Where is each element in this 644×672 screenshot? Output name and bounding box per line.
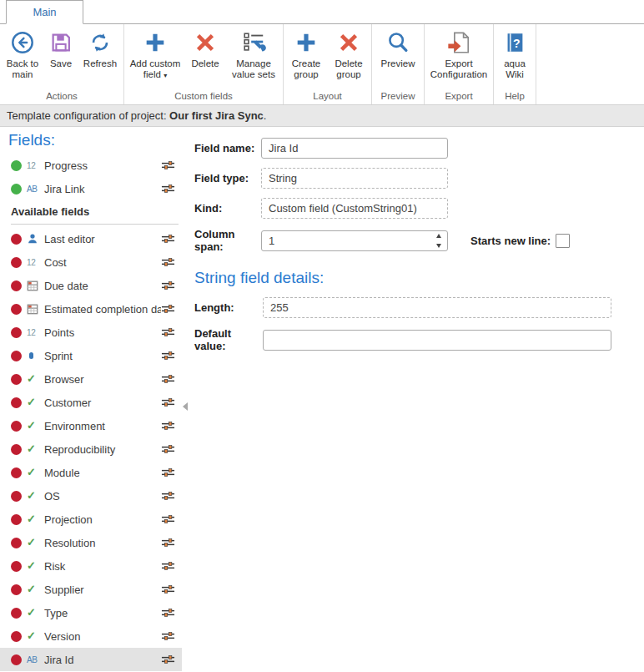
field-item-os[interactable]: ✓OS <box>0 484 182 508</box>
field-options-sliders-icon[interactable] <box>161 184 175 194</box>
numeric-type-icon: 12 <box>27 328 44 337</box>
field-options-sliders-icon[interactable] <box>161 654 175 664</box>
field-item-estimated-completion-dat[interactable]: Estimated completion dat <box>0 297 182 321</box>
field-item-module[interactable]: ✓Module <box>0 461 182 484</box>
form-row: Default value: <box>194 327 644 352</box>
field-options-sliders-icon[interactable] <box>161 280 175 291</box>
refresh-icon <box>87 29 113 56</box>
red-status-icon <box>11 514 22 525</box>
ribbon-group-buttons: Export Configuration <box>427 28 491 88</box>
starts-new-line-label: Starts new line: <box>470 235 551 247</box>
field-item-supplier[interactable]: ✓Supplier <box>0 578 182 601</box>
field-options-sliders-icon[interactable] <box>161 608 175 618</box>
preview-icon <box>385 29 411 56</box>
field-options-sliders-icon[interactable] <box>161 631 175 641</box>
refresh-button[interactable]: Refresh <box>79 28 121 69</box>
red-status-icon <box>11 538 22 548</box>
dropdown-caret-icon: ▾ <box>164 72 167 79</box>
field-item-reproducibility[interactable]: ✓Reproducibility <box>0 437 182 461</box>
field-options-sliders-icon[interactable] <box>161 491 175 501</box>
field-item-due-date[interactable]: Due date <box>0 274 182 297</box>
column-span-input[interactable]: 1 <box>261 230 448 251</box>
default-value-input[interactable] <box>263 330 611 351</box>
spinner-down-icon[interactable] <box>436 244 441 248</box>
delete-group-button[interactable]: Delete group <box>329 28 369 80</box>
button-label-text: Delete <box>191 58 219 68</box>
create-group-button[interactable]: Create group <box>286 28 326 80</box>
export-configuration-button[interactable]: Export Configuration <box>427 28 491 80</box>
spinner-up-icon[interactable] <box>436 234 441 238</box>
field-item-label: OS <box>44 490 161 503</box>
tab-main[interactable]: Main <box>6 0 83 24</box>
calendar-icon <box>27 280 44 291</box>
field-options-sliders-icon[interactable] <box>161 304 175 314</box>
length-value: 255 <box>270 301 289 314</box>
preview-button[interactable]: Preview <box>375 28 421 69</box>
field-item-jira-link[interactable]: ABJira Link <box>0 177 182 200</box>
red-status-icon <box>11 608 22 619</box>
field-options-sliders-icon[interactable] <box>161 421 175 431</box>
wiki-icon: ? <box>501 29 528 56</box>
field-item-sprint[interactable]: Sprint <box>0 344 182 367</box>
field-item-label: Progress <box>44 159 161 172</box>
ribbon-group-actions: Back to mainSaveRefreshActions <box>0 24 124 104</box>
field-type-value: String <box>269 172 297 184</box>
assigned-fields-list: 12ProgressABJira Link <box>0 154 182 200</box>
field-options-sliders-icon[interactable] <box>161 351 175 361</box>
back-to-main-button[interactable]: Back to main <box>3 28 43 80</box>
manage-value-sets-button[interactable]: Manage value sets <box>227 28 280 80</box>
field-name-value: Jira Id <box>269 142 298 154</box>
field-item-last-editor[interactable]: Last editor <box>0 227 182 250</box>
field-item-label: Due date <box>44 280 161 292</box>
button-label-text: Delete group <box>335 58 362 79</box>
field-options-sliders-icon[interactable] <box>161 467 175 477</box>
add-icon <box>142 29 169 56</box>
field-item-cost[interactable]: 12Cost <box>0 250 182 274</box>
ribbon-group-caption: Layout <box>286 88 369 104</box>
starts-new-line-checkbox[interactable] <box>556 234 570 248</box>
status-suffix: . <box>264 109 267 122</box>
delete-button[interactable]: Delete <box>186 28 224 69</box>
field-item-environment[interactable]: ✓Environment <box>0 414 182 437</box>
field-options-sliders-icon[interactable] <box>161 561 175 571</box>
text-type-icon: AB <box>27 184 44 194</box>
field-item-resolution[interactable]: ✓Resolution <box>0 531 182 554</box>
red-status-icon <box>11 280 22 291</box>
field-options-sliders-icon[interactable] <box>161 584 175 594</box>
field-options-sliders-icon[interactable] <box>161 374 175 384</box>
kind-value: Custom field (CustomString01) <box>269 202 417 215</box>
red-status-icon <box>11 654 22 665</box>
field-item-browser[interactable]: ✓Browser <box>0 367 182 391</box>
field-item-customer[interactable]: ✓Customer <box>0 391 182 414</box>
field-options-sliders-icon[interactable] <box>161 257 175 267</box>
field-options-sliders-icon[interactable] <box>161 514 175 524</box>
field-configuration-form: Field name: Jira Id Field type: String K… <box>182 127 644 671</box>
field-options-sliders-icon[interactable] <box>161 538 175 548</box>
field-item-points[interactable]: 12Points <box>0 321 182 344</box>
add-custom-field-button[interactable]: Add custom field ▾ <box>127 28 184 81</box>
red-status-icon <box>11 304 22 315</box>
field-item-label: Last editor <box>44 233 161 245</box>
length-label: Length: <box>194 301 263 314</box>
available-fields-list: Last editor12CostDue dateEstimated compl… <box>0 227 182 671</box>
numeric-type-icon: 12 <box>27 258 44 267</box>
field-options-sliders-icon[interactable] <box>161 327 175 337</box>
field-item-version[interactable]: ✓Version <box>0 624 182 648</box>
save-button[interactable]: Save <box>45 28 77 69</box>
button-label-text: aqua Wiki <box>504 58 526 79</box>
manage-value-sets-icon <box>240 29 267 56</box>
field-item-type[interactable]: ✓Type <box>0 601 182 624</box>
field-options-sliders-icon[interactable] <box>161 444 175 454</box>
field-item-jira-id[interactable]: ABJira Id <box>0 648 182 671</box>
field-options-sliders-icon[interactable] <box>161 234 175 244</box>
aqua-wiki-button[interactable]: ?aqua Wiki <box>496 28 533 80</box>
ribbon-group-custom-fields: Add custom field ▾DeleteManage value set… <box>124 24 284 104</box>
field-item-risk[interactable]: ✓Risk <box>0 554 182 578</box>
field-item-progress[interactable]: 12Progress <box>0 154 182 177</box>
field-options-sliders-icon[interactable] <box>161 160 175 170</box>
ribbon-group-help: ?aqua WikiHelp <box>494 24 536 104</box>
field-options-sliders-icon[interactable] <box>161 397 175 407</box>
checkmark-icon: ✓ <box>27 584 44 594</box>
field-name-input[interactable]: Jira Id <box>261 138 448 159</box>
field-item-projection[interactable]: ✓Projection <box>0 508 182 531</box>
